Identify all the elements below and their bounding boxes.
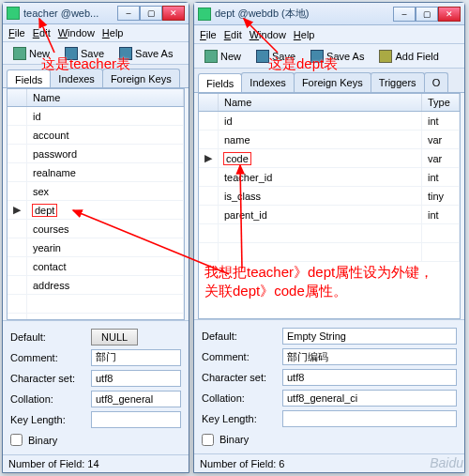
maximize-button[interactable]: ▢ <box>140 6 162 21</box>
table-row[interactable]: id <box>8 107 184 126</box>
field-type[interactable]: var <box>422 131 460 149</box>
table-row[interactable]: courses <box>8 220 184 238</box>
save-button[interactable]: Save <box>251 47 300 66</box>
keylen-value[interactable] <box>282 410 457 427</box>
table-row[interactable]: is_classtiny <box>199 187 460 206</box>
field-list[interactable]: Name Type idintnamevar▶codevarteacher_id… <box>198 93 461 319</box>
tab-fields[interactable]: Fields <box>7 69 51 88</box>
comment-value[interactable]: 部门编码 <box>282 348 457 365</box>
row-marker <box>8 276 27 295</box>
binary-checkbox[interactable] <box>10 434 23 446</box>
field-type[interactable]: var <box>422 149 460 168</box>
field-name[interactable]: account <box>27 126 184 145</box>
tab-fields[interactable]: Fields <box>198 73 242 93</box>
menu-help[interactable]: Help <box>102 27 124 38</box>
table-row[interactable]: idint <box>199 112 460 131</box>
binary-label: Binary <box>28 435 103 446</box>
field-name[interactable]: contact <box>27 257 184 276</box>
field-name[interactable]: is_class <box>219 187 422 206</box>
col-name[interactable]: Name <box>27 89 184 107</box>
row-marker <box>8 145 27 163</box>
tab-indexes[interactable]: Indexes <box>50 69 103 87</box>
new-icon <box>204 50 218 63</box>
menu-help[interactable]: Help <box>294 29 315 40</box>
field-name[interactable]: id <box>27 107 184 126</box>
close-button[interactable]: ✕ <box>438 7 461 22</box>
menu-window[interactable]: Window <box>58 27 95 38</box>
tab-more[interactable]: O <box>424 72 449 92</box>
field-name[interactable]: yearin <box>27 238 184 257</box>
new-button[interactable]: New <box>200 47 246 66</box>
menu-file[interactable]: FFileile <box>8 27 25 38</box>
saveas-button[interactable]: Save As <box>114 44 177 63</box>
row-marker <box>8 182 27 201</box>
titlebar[interactable]: dept @webdb (本地) – ▢ ✕ <box>194 3 464 25</box>
tab-triggers[interactable]: Triggers <box>371 72 425 92</box>
saveas-icon <box>310 50 324 63</box>
tab-foreign-keys[interactable]: Foreign Keys <box>102 69 180 87</box>
field-name[interactable]: name <box>219 131 422 149</box>
table-row[interactable]: contact <box>8 257 184 276</box>
table-row[interactable]: account <box>8 126 184 145</box>
table-row[interactable]: teacher_idint <box>199 168 460 187</box>
addfield-button[interactable]: Add Field <box>374 47 443 66</box>
field-type[interactable]: int <box>422 206 460 224</box>
field-type[interactable]: tiny <box>422 187 460 206</box>
table-row[interactable] <box>8 314 184 320</box>
tab-foreign-keys[interactable]: Foreign Keys <box>294 72 371 92</box>
keylen-value[interactable] <box>91 411 181 428</box>
maximize-button[interactable]: ▢ <box>416 7 438 22</box>
menu-window[interactable]: Window <box>250 29 286 40</box>
table-row[interactable]: password <box>8 145 184 163</box>
field-name[interactable]: dept <box>27 201 184 220</box>
table-row[interactable]: ▶dept <box>8 201 184 220</box>
table-row[interactable] <box>199 224 460 243</box>
charset-value[interactable]: utf8 <box>282 369 457 386</box>
field-name[interactable]: code <box>219 149 422 168</box>
col-name[interactable]: Name <box>219 94 422 112</box>
field-name[interactable]: address <box>27 276 184 295</box>
collation-value[interactable]: utf8_general <box>91 391 181 407</box>
table-row[interactable] <box>8 295 184 314</box>
field-name[interactable]: realname <box>27 163 184 182</box>
field-name[interactable]: teacher_id <box>219 168 422 187</box>
field-name[interactable]: parent_id <box>219 206 422 224</box>
row-marker <box>8 126 27 145</box>
addfield-icon <box>379 50 392 63</box>
field-name[interactable]: sex <box>27 182 184 201</box>
default-value[interactable]: Empty String <box>282 328 457 345</box>
table-row[interactable]: realname <box>8 163 184 182</box>
new-button[interactable]: New <box>8 44 54 63</box>
menu-edit[interactable]: Edit <box>224 29 242 40</box>
menu-edit[interactable]: Edit <box>33 27 51 38</box>
table-row[interactable] <box>199 243 460 262</box>
collation-label: Collation: <box>10 393 85 405</box>
field-name[interactable]: id <box>219 112 422 131</box>
table-row[interactable]: ▶codevar <box>199 149 460 168</box>
field-type[interactable]: int <box>422 168 460 187</box>
minimize-button[interactable]: – <box>117 6 140 21</box>
default-value[interactable]: NULL <box>91 329 138 345</box>
binary-checkbox[interactable] <box>202 434 214 446</box>
field-list[interactable]: Name idaccountpasswordrealnamesex▶deptco… <box>7 88 185 320</box>
charset-value[interactable]: utf8 <box>91 370 181 387</box>
tab-indexes[interactable]: Indexes <box>241 72 295 92</box>
table-row[interactable]: yearin <box>8 238 184 257</box>
field-name[interactable]: password <box>27 145 184 163</box>
table-row[interactable]: sex <box>8 182 184 201</box>
collation-value[interactable]: utf8_general_ci <box>282 390 457 407</box>
table-row[interactable]: namevar <box>199 131 460 149</box>
save-button[interactable]: Save <box>60 44 109 63</box>
close-button[interactable]: ✕ <box>162 6 185 21</box>
col-type[interactable]: Type <box>422 94 460 112</box>
field-name[interactable]: courses <box>27 220 184 238</box>
table-row[interactable]: parent_idint <box>199 206 460 224</box>
table-row[interactable]: address <box>8 276 184 295</box>
row-marker <box>199 187 219 206</box>
minimize-button[interactable]: – <box>393 7 416 22</box>
titlebar[interactable]: teacher @web... – ▢ ✕ <box>3 3 189 24</box>
field-type[interactable]: int <box>422 112 460 131</box>
saveas-button[interactable]: Save As <box>306 47 369 66</box>
comment-value[interactable]: 部门 <box>91 349 181 366</box>
menu-file[interactable]: File <box>200 29 217 40</box>
